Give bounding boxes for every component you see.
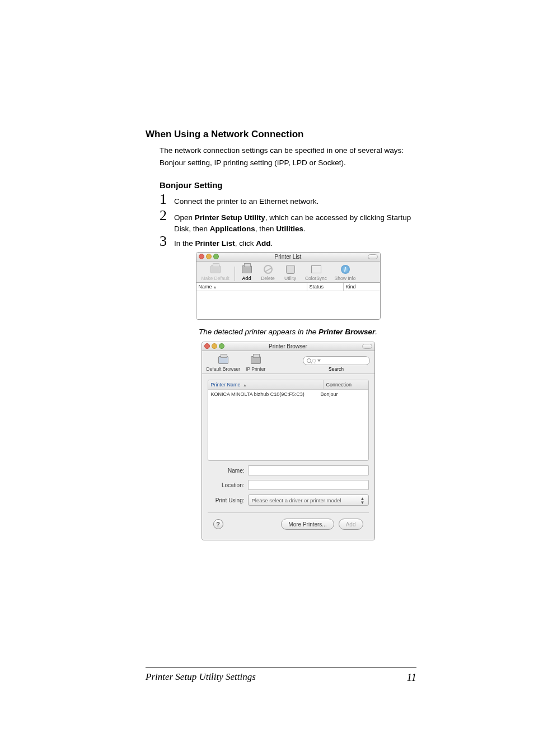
delete-label: Delete: [261, 276, 275, 281]
info-icon: i: [341, 265, 350, 274]
page-number: 11: [406, 671, 416, 684]
header-connection[interactable]: Connection: [324, 380, 368, 389]
printer-browser-window: Printer Browser Default Browser IP Print…: [202, 342, 375, 540]
add-button[interactable]: Add: [238, 264, 255, 281]
printer-add-icon: [242, 265, 252, 273]
step-2: 2 Open Printer Setup Utility, which can …: [160, 208, 416, 223]
make-default-label: Make Default: [201, 276, 229, 281]
header-printer-name-label: Printer Name: [211, 382, 241, 388]
step-2-line-2: Disk, then Applications, then Utilities.: [174, 224, 416, 234]
add-printer-button[interactable]: Add: [339, 519, 363, 530]
search-placeholder: Q: [312, 358, 316, 363]
sort-indicator-icon: ▲: [213, 285, 217, 289]
step-3-bold-2: Add: [256, 239, 270, 248]
list-box-header: Printer Name ▲ Connection: [208, 380, 368, 390]
show-info-button[interactable]: i Show Info: [332, 264, 358, 281]
ip-printer-icon: [251, 356, 261, 364]
ip-printer-label: IP Printer: [246, 366, 265, 372]
add-label: Add: [242, 276, 251, 281]
intro-line-1: The network connection settings can be s…: [160, 146, 416, 156]
zoom-icon[interactable]: [219, 343, 224, 349]
delete-button[interactable]: Delete: [259, 264, 278, 281]
location-field[interactable]: [248, 480, 369, 490]
intro-line-2: Bonjour setting, IP printing setting (IP…: [160, 158, 416, 168]
close-icon[interactable]: [199, 254, 204, 259]
printer-list-title: Printer List: [275, 254, 302, 260]
name-field[interactable]: [248, 465, 369, 475]
step-2-line2-pre: Disk, then: [174, 225, 210, 233]
printer-list-body: [196, 291, 380, 319]
print-using-select[interactable]: Please select a driver or printer model …: [248, 494, 369, 506]
step-3-end: .: [271, 239, 273, 248]
step-2-bold-2: Applications: [210, 225, 255, 233]
colorsync-icon: [311, 265, 321, 273]
printer-list-window: Printer List Make Default Add Delete: [196, 252, 381, 320]
search-input[interactable]: Q: [303, 356, 370, 365]
delete-icon: [264, 265, 273, 274]
search-label: Search: [329, 366, 344, 372]
toolbar-toggle-icon[interactable]: [368, 254, 378, 259]
label-print-using: Print Using:: [208, 497, 245, 503]
col-status[interactable]: Status: [307, 283, 344, 291]
ip-printer-tab[interactable]: IP Printer: [246, 354, 265, 372]
default-browser-icon: [218, 356, 228, 364]
help-button[interactable]: ?: [213, 519, 223, 529]
step-3-number: 3: [160, 234, 174, 249]
close-icon[interactable]: [204, 343, 210, 349]
browser-title: Printer Browser: [269, 343, 307, 349]
step-2-number: 2: [160, 208, 174, 223]
toolbar-toggle-icon[interactable]: [362, 344, 372, 349]
step-3: 3 In the Printer List, click Add.: [160, 234, 416, 249]
colorsync-label: ColorSync: [305, 276, 327, 281]
default-browser-label: Default Browser: [207, 366, 240, 372]
step-3-text: In the Printer List, click Add.: [174, 239, 416, 249]
caption-pre: The detected printer appears in the: [199, 328, 318, 336]
more-printers-button[interactable]: More Printers...: [281, 519, 334, 530]
make-default-button[interactable]: Make Default: [200, 264, 231, 281]
minimize-icon[interactable]: [206, 254, 212, 259]
step-2-bold-1: Printer Setup Utility: [195, 213, 265, 222]
step-2-mid-2: , then: [255, 225, 277, 233]
colorsync-button[interactable]: ColorSync: [303, 264, 329, 281]
toolbar-divider: [235, 267, 235, 281]
step-1-text: Connect the printer to an Ethernet netwo…: [174, 197, 416, 207]
step-1-number: 1: [160, 192, 174, 207]
col-name[interactable]: Name▲: [196, 283, 307, 291]
zoom-icon[interactable]: [213, 254, 219, 259]
default-browser-tab[interactable]: Default Browser: [207, 354, 240, 372]
printer-row-name: KONICA MINOLTA bizhub C10(9C:F5:C3): [211, 391, 321, 397]
step-3-pre: In the: [174, 239, 195, 248]
minimize-icon[interactable]: [212, 343, 217, 349]
form-row-name: Name:: [208, 465, 369, 475]
window-controls: [199, 254, 219, 259]
step-2-mid-1: , which can be accessed by clicking Star…: [265, 213, 411, 222]
list-column-headers: Name▲ Status Kind: [196, 283, 380, 291]
caption: The detected printer appears in the Prin…: [160, 328, 416, 336]
list-empty-space: [208, 399, 368, 460]
step-3-mid: , click: [235, 239, 256, 248]
browser-toolbar: Default Browser IP Printer Q Search: [202, 351, 374, 374]
form-row-print-using: Print Using: Please select a driver or p…: [208, 494, 369, 506]
col-kind[interactable]: Kind: [344, 283, 380, 291]
chevron-down-icon: [317, 360, 321, 362]
utility-button[interactable]: Utility: [281, 264, 300, 281]
browser-body: Printer Name ▲ Connection KONICA MINOLTA…: [202, 374, 374, 540]
step-2-end: .: [303, 225, 306, 233]
header-printer-name[interactable]: Printer Name ▲: [208, 380, 324, 389]
step-1: 1 Connect the printer to an Ethernet net…: [160, 192, 416, 207]
printer-row-connection: Bonjour: [321, 391, 366, 397]
browser-footer: ? More Printers... Add: [208, 512, 369, 535]
label-location: Location:: [208, 482, 245, 488]
print-using-value: Please select a driver or printer model: [252, 497, 341, 503]
form-row-location: Location:: [208, 480, 369, 490]
sub-heading: Bonjour Setting: [160, 180, 416, 190]
printer-row[interactable]: KONICA MINOLTA bizhub C10(9C:F5:C3) Bonj…: [208, 390, 368, 399]
printer-list-titlebar: Printer List: [196, 253, 380, 262]
show-info-label: Show Info: [335, 276, 356, 281]
step-2-pre: Open: [174, 213, 195, 222]
search-icon: [307, 358, 311, 363]
step-2-bold-3: Utilities: [276, 225, 303, 233]
browser-window-controls: [204, 343, 224, 349]
label-name: Name:: [208, 468, 245, 474]
printer-list-toolbar: Make Default Add Delete Utility Col: [196, 262, 380, 283]
